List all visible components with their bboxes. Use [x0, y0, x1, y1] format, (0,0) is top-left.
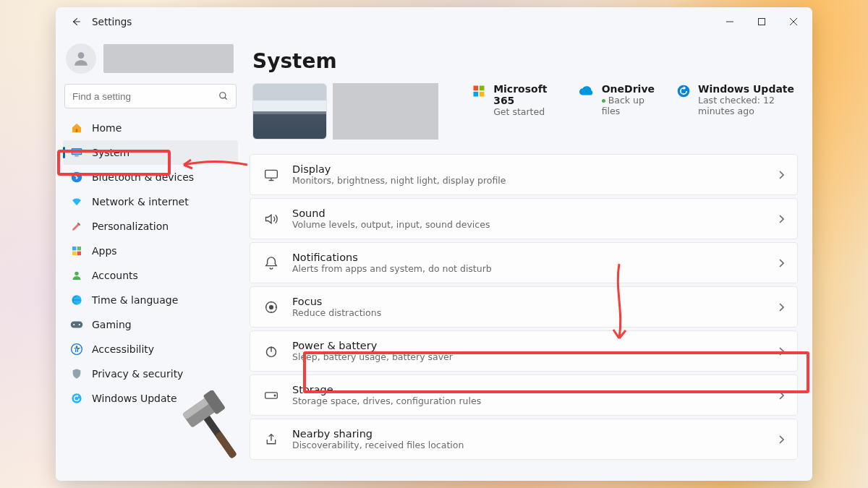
svg-rect-12 — [72, 247, 76, 250]
titlebar: Settings — [56, 7, 812, 36]
svg-rect-7 — [76, 129, 78, 132]
sidebar-item-label: Accounts — [92, 270, 138, 281]
sidebar: Home System Bluetooth & devices Network … — [56, 36, 245, 481]
svg-rect-13 — [77, 247, 81, 250]
svg-rect-14 — [72, 252, 76, 255]
sidebar-item-privacy[interactable]: Privacy & security — [63, 361, 238, 386]
card-title: Windows Update — [698, 83, 799, 95]
sidebar-item-label: Network & internet — [92, 196, 189, 207]
minimize-button[interactable] — [714, 11, 746, 33]
svg-point-19 — [73, 324, 75, 325]
onedrive-icon — [579, 83, 595, 99]
sidebar-item-accounts[interactable]: Accounts — [63, 263, 238, 288]
card-title: Microsoft 365 — [493, 83, 557, 106]
close-button[interactable] — [778, 11, 809, 33]
svg-point-22 — [76, 346, 78, 348]
bluetooth-icon — [70, 171, 83, 184]
storage-icon — [263, 388, 279, 403]
share-icon — [263, 432, 279, 448]
svg-rect-29 — [265, 170, 278, 178]
row-notifications[interactable]: Notifications Alerts from apps and syste… — [250, 242, 798, 283]
svg-point-5 — [220, 93, 226, 98]
chevron-right-icon — [778, 215, 784, 223]
sound-icon — [263, 211, 279, 227]
chevron-right-icon — [778, 303, 784, 312]
windows-update-icon — [676, 83, 691, 99]
svg-rect-26 — [474, 92, 479, 97]
accounts-icon — [70, 269, 83, 282]
card-title: OneDrive — [602, 83, 655, 95]
sidebar-item-apps[interactable]: Apps — [63, 239, 238, 263]
row-title: Sound — [292, 207, 490, 219]
search-input[interactable] — [72, 91, 218, 102]
row-title: Notifications — [292, 252, 492, 263]
sidebar-item-windows-update[interactable]: Windows Update — [63, 386, 238, 411]
back-button[interactable] — [66, 12, 86, 32]
sidebar-item-bluetooth[interactable]: Bluetooth & devices — [63, 165, 238, 189]
svg-point-31 — [270, 305, 273, 309]
chevron-right-icon — [778, 171, 784, 179]
svg-point-35 — [274, 395, 276, 396]
maximize-button[interactable] — [746, 11, 778, 33]
sidebar-item-label: System — [92, 147, 129, 158]
content-area: System Microsoft 365 Get started — [245, 36, 812, 481]
svg-rect-1 — [759, 19, 765, 25]
sidebar-item-gaming[interactable]: Gaming — [63, 312, 238, 337]
sidebar-item-personalization[interactable]: Personalization — [63, 214, 238, 239]
row-focus[interactable]: Focus Reduce distractions — [250, 286, 798, 328]
focus-icon — [263, 299, 279, 315]
card-microsoft365[interactable]: Microsoft 365 Get started — [472, 83, 557, 117]
row-title: Focus — [292, 296, 381, 307]
status-dot-icon — [602, 99, 605, 103]
svg-rect-9 — [72, 149, 81, 154]
card-subtitle: Back up files — [602, 95, 655, 116]
sidebar-item-label: Bluetooth & devices — [92, 171, 194, 183]
search-box[interactable] — [64, 84, 237, 108]
accessibility-icon — [70, 343, 83, 356]
wifi-icon — [70, 195, 83, 208]
svg-rect-18 — [71, 322, 83, 328]
sidebar-item-time-language[interactable]: Time & language — [63, 288, 238, 312]
card-onedrive[interactable]: OneDrive Back up files — [579, 83, 655, 117]
row-subtitle: Volume levels, output, input, sound devi… — [292, 219, 490, 230]
row-title: Display — [292, 163, 506, 175]
page-title: System — [252, 49, 799, 73]
apps-icon — [70, 244, 83, 257]
chevron-right-icon — [778, 435, 784, 444]
sidebar-item-home[interactable]: Home — [63, 116, 238, 140]
svg-point-16 — [75, 272, 78, 275]
desktop-thumbnail[interactable] — [252, 83, 327, 140]
row-display[interactable]: Display Monitors, brightness, night ligh… — [250, 154, 798, 195]
svg-point-4 — [78, 52, 85, 59]
globe-clock-icon — [70, 294, 83, 307]
row-subtitle: Alerts from apps and system, do not dist… — [292, 263, 492, 274]
sidebar-item-system[interactable]: System — [63, 140, 238, 165]
row-power-battery[interactable]: Power & battery Sleep, battery usage, ba… — [250, 330, 798, 372]
row-subtitle: Sleep, battery usage, battery saver — [292, 351, 453, 362]
sidebar-item-label: Time & language — [92, 294, 178, 306]
row-sound[interactable]: Sound Volume levels, output, input, soun… — [250, 198, 798, 239]
device-name-redacted — [333, 83, 438, 140]
row-subtitle: Discoverability, received files location — [292, 440, 464, 450]
row-nearby-sharing[interactable]: Nearby sharing Discoverability, received… — [250, 419, 798, 460]
row-storage[interactable]: Storage Storage space, drives, configura… — [250, 374, 798, 416]
user-name-redacted — [103, 44, 234, 73]
microsoft365-icon — [472, 83, 486, 99]
update-icon — [70, 392, 83, 405]
sidebar-item-label: Windows Update — [92, 393, 177, 404]
card-windows-update[interactable]: Windows Update Last checked: 12 minutes … — [676, 83, 799, 117]
search-icon — [218, 91, 229, 101]
row-subtitle: Storage space, drives, configuration rul… — [292, 395, 481, 406]
svg-rect-15 — [77, 252, 81, 255]
user-row[interactable] — [63, 40, 238, 81]
bell-icon — [263, 255, 279, 271]
sidebar-item-label: Home — [92, 122, 122, 134]
window-title: Settings — [92, 16, 132, 27]
row-title: Power & battery — [292, 340, 453, 351]
sidebar-item-network[interactable]: Network & internet — [63, 189, 238, 214]
sidebar-item-accessibility[interactable]: Accessibility — [63, 337, 238, 361]
svg-rect-25 — [480, 86, 485, 91]
svg-rect-27 — [480, 92, 485, 97]
svg-rect-24 — [474, 86, 479, 91]
row-subtitle: Reduce distractions — [292, 307, 381, 318]
